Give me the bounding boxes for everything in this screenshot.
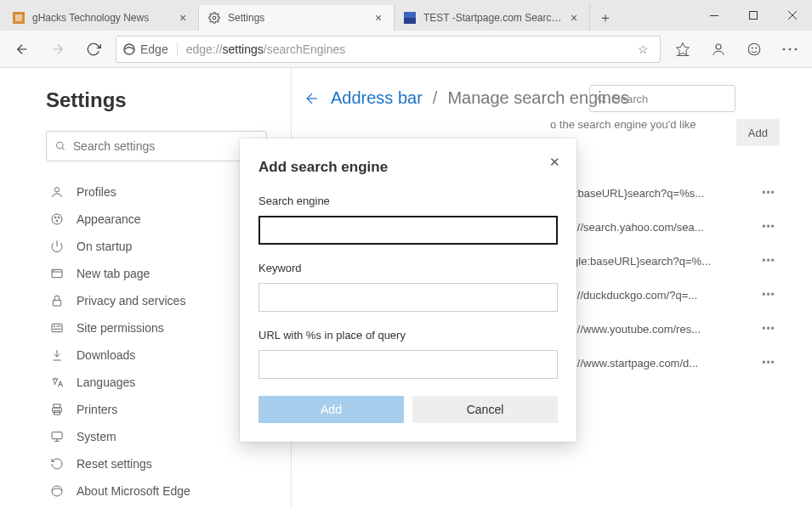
sidebar-item-printers[interactable]: Printers bbox=[46, 396, 267, 423]
maximize-button[interactable] bbox=[734, 0, 773, 31]
field-label-search-engine: Search engine bbox=[258, 195, 558, 207]
engine-url: https://duckduckgo.com/?q=... bbox=[550, 289, 758, 302]
close-icon[interactable]: × bbox=[176, 11, 190, 25]
svg-rect-38 bbox=[52, 432, 62, 439]
svg-point-25 bbox=[56, 220, 58, 222]
sidebar-item-sitepermissions[interactable]: Site permissions bbox=[46, 314, 267, 341]
refresh-button[interactable] bbox=[80, 36, 107, 63]
svg-rect-6 bbox=[750, 12, 758, 20]
row-menu-icon[interactable]: ••• bbox=[758, 289, 780, 301]
download-icon bbox=[49, 347, 65, 363]
system-icon bbox=[49, 429, 65, 444]
address-bar[interactable]: Edge edge://settings/searchEngines ☆ bbox=[116, 36, 661, 63]
tab-startpage[interactable]: TEST -Startpage.com Search resu × bbox=[395, 5, 590, 31]
minimize-button[interactable] bbox=[695, 0, 734, 31]
field-label-url: URL with %s in place of query bbox=[258, 329, 558, 341]
dialog-title: Add search engine bbox=[258, 159, 558, 176]
keyword-input[interactable] bbox=[258, 283, 558, 312]
svg-point-29 bbox=[54, 270, 54, 271]
engine-url: https://www.startpage.com/d... bbox=[550, 357, 758, 370]
breadcrumb-back-icon[interactable] bbox=[304, 90, 321, 107]
sidebar-search[interactable] bbox=[46, 131, 267, 161]
newtab-icon bbox=[49, 266, 65, 281]
engine-chip: Edge bbox=[123, 42, 178, 56]
sidebar-item-system[interactable]: System bbox=[46, 423, 267, 450]
sidebar-search-input[interactable] bbox=[73, 139, 258, 153]
svg-rect-31 bbox=[52, 324, 62, 331]
sidebar-item-label: New tab page bbox=[77, 267, 150, 280]
sidebar-item-newtab[interactable]: New tab page bbox=[46, 260, 267, 287]
svg-point-15 bbox=[756, 48, 757, 48]
back-button[interactable] bbox=[9, 36, 36, 63]
row-menu-icon[interactable]: ••• bbox=[758, 323, 780, 335]
sidebar-item-appearance[interactable]: Appearance bbox=[46, 206, 267, 233]
sidebar-item-onstartup[interactable]: On startup bbox=[46, 233, 267, 260]
search-icon bbox=[597, 93, 608, 104]
breadcrumb-sep: / bbox=[433, 88, 438, 108]
svg-point-16 bbox=[783, 48, 786, 50]
svg-line-43 bbox=[604, 100, 606, 103]
column-header-url: URL bbox=[550, 150, 780, 162]
row-menu-icon[interactable]: ••• bbox=[758, 255, 780, 267]
sidebar-item-reset[interactable]: Reset settings bbox=[46, 450, 267, 477]
add-button[interactable]: Add bbox=[258, 396, 404, 423]
cancel-button[interactable]: Cancel bbox=[412, 396, 558, 423]
search-icon bbox=[55, 140, 66, 152]
close-icon[interactable]: × bbox=[567, 11, 581, 25]
breadcrumb-link[interactable]: Address bar bbox=[331, 88, 423, 108]
profile-button[interactable] bbox=[705, 36, 732, 63]
table-row: {google:baseURL}search?q=%...••• bbox=[550, 244, 780, 278]
sidebar-item-languages[interactable]: Languages bbox=[46, 369, 267, 396]
close-icon[interactable]: × bbox=[372, 11, 385, 25]
svg-point-12 bbox=[716, 44, 721, 49]
sidebar-item-profiles[interactable]: Profiles bbox=[46, 178, 267, 206]
power-icon bbox=[49, 239, 65, 254]
svg-point-41 bbox=[52, 486, 62, 496]
sidebar-item-privacy[interactable]: Privacy and services bbox=[46, 287, 267, 314]
row-menu-icon[interactable]: ••• bbox=[758, 221, 780, 233]
sidebar-item-label: Appearance bbox=[77, 212, 141, 226]
svg-point-24 bbox=[58, 217, 60, 218]
sidebar-item-label: Reset settings bbox=[77, 457, 152, 471]
feedback-button[interactable] bbox=[741, 36, 768, 63]
row-menu-icon[interactable]: ••• bbox=[758, 357, 780, 369]
url-input[interactable] bbox=[258, 350, 558, 379]
table-row: https://www.youtube.com/res...••• bbox=[550, 312, 780, 346]
engine-url: https://www.youtube.com/res... bbox=[550, 323, 758, 336]
row-menu-icon[interactable]: ••• bbox=[758, 187, 780, 199]
menu-button[interactable] bbox=[776, 36, 803, 63]
svg-point-22 bbox=[52, 214, 62, 224]
svg-point-42 bbox=[599, 94, 605, 101]
tab-label: Settings bbox=[228, 12, 372, 24]
favorite-icon[interactable]: ☆ bbox=[633, 42, 653, 56]
favorites-button[interactable] bbox=[669, 36, 696, 63]
new-tab-button[interactable]: ＋ bbox=[590, 5, 621, 31]
svg-rect-4 bbox=[404, 18, 416, 24]
language-icon bbox=[49, 375, 65, 390]
url-text: edge://settings/searchEngines bbox=[186, 42, 633, 56]
permissions-icon bbox=[49, 320, 65, 336]
tab-settings[interactable]: Settings × bbox=[199, 5, 395, 31]
dialog-close-button[interactable]: ✕ bbox=[546, 154, 563, 171]
sidebar-item-downloads[interactable]: Downloads bbox=[46, 341, 267, 369]
edge-icon bbox=[123, 43, 135, 55]
table-row: https://www.startpage.com/d...••• bbox=[550, 346, 780, 380]
search-engine-input[interactable] bbox=[258, 216, 558, 245]
tab-strip: gHacks Technology News × Settings × TEST… bbox=[0, 0, 695, 31]
printer-icon bbox=[49, 402, 65, 417]
forward-button[interactable] bbox=[44, 36, 71, 63]
window-titlebar: gHacks Technology News × Settings × TEST… bbox=[0, 0, 812, 31]
add-engine-button[interactable]: Add bbox=[736, 119, 780, 146]
svg-point-14 bbox=[752, 48, 752, 48]
tab-favicon-ghacks bbox=[12, 11, 26, 25]
sidebar-item-about[interactable]: About Microsoft Edge bbox=[46, 477, 267, 505]
tab-ghacks[interactable]: gHacks Technology News × bbox=[3, 5, 199, 31]
appearance-icon bbox=[49, 212, 65, 227]
svg-point-21 bbox=[54, 188, 59, 192]
sidebar-item-label: Site permissions bbox=[77, 321, 164, 335]
sidebar-item-label: About Microsoft Edge bbox=[77, 484, 190, 498]
svg-rect-5 bbox=[710, 15, 718, 16]
close-window-button[interactable] bbox=[773, 0, 812, 31]
main-search[interactable]: Search bbox=[589, 85, 735, 112]
table-row: https://duckduckgo.com/?q=...••• bbox=[550, 278, 780, 312]
